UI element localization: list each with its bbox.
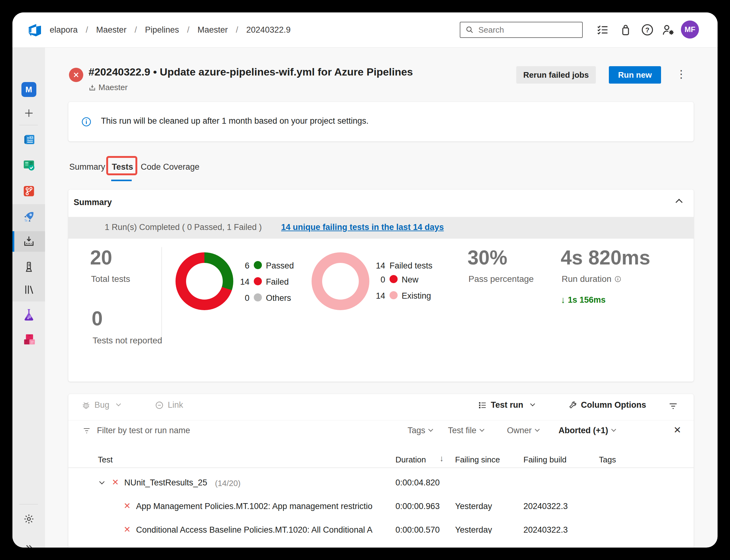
breadcrumb-pipeline[interactable]: Maester <box>179 25 228 35</box>
sidebar-divider <box>19 125 38 125</box>
link-button[interactable]: Link <box>155 400 183 410</box>
filter-toggle-icon[interactable] <box>668 402 678 411</box>
marketplace-bag-icon[interactable] <box>619 23 632 37</box>
breadcrumb-pipelines[interactable]: Pipelines <box>126 25 179 35</box>
more-options-kebab-icon[interactable]: ⋮ <box>676 68 686 80</box>
filter-outcome-dropdown[interactable]: Aborted (+1) <box>558 426 615 435</box>
test-duration: 0:00:00.963 <box>395 502 440 511</box>
filter-tags-dropdown[interactable]: Tags <box>407 426 432 435</box>
run-failed-status-icon <box>69 68 83 82</box>
project-avatar: M <box>21 82 36 97</box>
table-header-divider <box>68 467 694 468</box>
filter-owner-dropdown[interactable]: Owner <box>507 426 539 435</box>
sidebar-item-pipelines[interactable] <box>12 205 45 228</box>
azure-devops-logo-icon[interactable] <box>27 22 42 37</box>
runs-tray-icon <box>23 235 35 247</box>
toolbar-divider <box>68 420 694 420</box>
run-group-meta: (14/20) <box>215 479 241 488</box>
sidebar-item-boards[interactable] <box>12 154 45 177</box>
sidebar-expand-button[interactable] <box>12 537 45 548</box>
test-name[interactable]: Conditional Access Baseline Policies.MT.… <box>136 525 381 534</box>
plus-icon <box>23 108 34 119</box>
search-field[interactable] <box>478 25 572 35</box>
sidebar-item-library[interactable] <box>12 278 45 301</box>
not-reported-value: 0 <box>92 307 103 330</box>
tab-code-coverage[interactable]: Code Coverage <box>141 162 200 172</box>
user-settings-icon[interactable] <box>662 23 675 37</box>
column-header-tags[interactable]: Tags <box>599 455 616 465</box>
sidebar-item-project[interactable]: M <box>12 78 45 101</box>
column-header-failing-build[interactable]: Failing build <box>523 455 567 465</box>
breadcrumb-run[interactable]: 20240322.9 <box>228 25 291 35</box>
sort-descending-icon[interactable]: ↓ <box>439 454 444 463</box>
search-input[interactable] <box>460 22 583 38</box>
duration-info-icon[interactable] <box>614 276 621 282</box>
total-tests-value: 20 <box>90 246 112 269</box>
others-dot-icon <box>254 293 262 301</box>
new-label: New <box>402 275 418 285</box>
sidebar: M <box>12 47 45 548</box>
filter-input[interactable]: Filter by test or run name <box>97 426 190 435</box>
failing-tests-link[interactable]: 14 unique failing tests in the last 14 d… <box>281 223 444 232</box>
pipeline-link[interactable]: Maester <box>89 83 128 92</box>
expand-chevron-icon[interactable] <box>100 479 104 485</box>
banner-message: This run will be cleaned up after 1 mont… <box>101 116 368 126</box>
list-view-icon <box>478 401 487 410</box>
chevron-down-icon <box>530 402 535 406</box>
clear-filter-close-icon[interactable]: ✕ <box>673 425 681 435</box>
double-chevron-right-icon <box>23 543 34 548</box>
failed-tests-count: 14 <box>370 261 385 271</box>
environments-icon <box>23 261 35 273</box>
sidebar-divider-bottom <box>19 504 38 504</box>
breadcrumb-org[interactable]: elapora <box>50 25 78 35</box>
breadcrumb-project[interactable]: Maester <box>78 25 126 35</box>
sidebar-item-environments[interactable] <box>12 256 45 278</box>
create-bug-button[interactable]: Bug <box>81 400 120 410</box>
filter-funnel-icon <box>82 426 91 435</box>
chevron-down-icon <box>116 402 121 406</box>
bug-label: Bug <box>94 400 109 410</box>
duration-delta: ↓ 1s 156ms <box>561 295 606 305</box>
test-failing-since: Yesterday <box>455 525 492 534</box>
help-icon[interactable]: ? <box>640 23 654 37</box>
run-new-button[interactable]: Run new <box>609 66 661 84</box>
pipelines-rocket-icon <box>22 209 36 224</box>
link-label: Link <box>168 400 183 410</box>
sidebar-item-test-plans[interactable] <box>12 303 45 326</box>
table-row-clipped[interactable]: ✕ Conditional Access Baseline Policies.M… <box>68 525 694 534</box>
filter-test-file-dropdown[interactable]: Test file <box>448 426 484 435</box>
duration-delta-value: 1s 156ms <box>568 295 606 305</box>
existing-count: 14 <box>370 291 385 301</box>
failed-x-icon: ✕ <box>124 525 131 534</box>
sidebar-item-project-settings[interactable] <box>12 508 45 530</box>
column-header-test[interactable]: Test <box>98 455 113 465</box>
top-bar: elapora Maester Pipelines Maester 202403… <box>12 12 718 48</box>
avatar[interactable]: MF <box>681 21 699 39</box>
annotation-highlight-box <box>106 156 137 175</box>
not-reported-label: Tests not reported <box>93 336 162 346</box>
breadcrumb: elapora Maester Pipelines Maester 202403… <box>50 12 291 47</box>
library-icon <box>23 283 35 296</box>
sidebar-item-artifacts[interactable] <box>12 328 45 351</box>
active-tab-underline <box>111 180 132 181</box>
sidebar-item-overview[interactable] <box>12 128 45 151</box>
passed-count: 6 <box>235 261 250 271</box>
run-duration-label: Run duration <box>562 274 611 284</box>
task-list-icon[interactable] <box>596 23 609 37</box>
test-name[interactable]: App Management Policies.MT.1002: App man… <box>136 502 381 511</box>
sidebar-item-repos[interactable] <box>12 180 45 202</box>
column-options-button[interactable]: Column Options <box>568 400 646 410</box>
column-header-failing-since[interactable]: Failing since <box>455 455 500 465</box>
wrench-icon <box>568 401 577 410</box>
column-header-duration[interactable]: Duration <box>395 455 426 465</box>
test-failing-build[interactable]: 20240322.3 <box>523 502 568 511</box>
sidebar-item-runs[interactable] <box>12 231 45 252</box>
rerun-failed-jobs-button[interactable]: Rerun failed jobs <box>516 66 596 84</box>
test-failing-build[interactable]: 20240322.3 <box>523 525 568 534</box>
sidebar-item-new-project[interactable] <box>12 102 45 124</box>
run-group-name[interactable]: NUnit_TestResults_25 <box>124 478 207 488</box>
link-icon <box>155 401 164 410</box>
collapse-chevron-icon[interactable] <box>677 200 682 206</box>
group-by-test-run-dropdown[interactable]: Test run <box>478 400 534 410</box>
tab-summary[interactable]: Summary <box>69 162 105 172</box>
